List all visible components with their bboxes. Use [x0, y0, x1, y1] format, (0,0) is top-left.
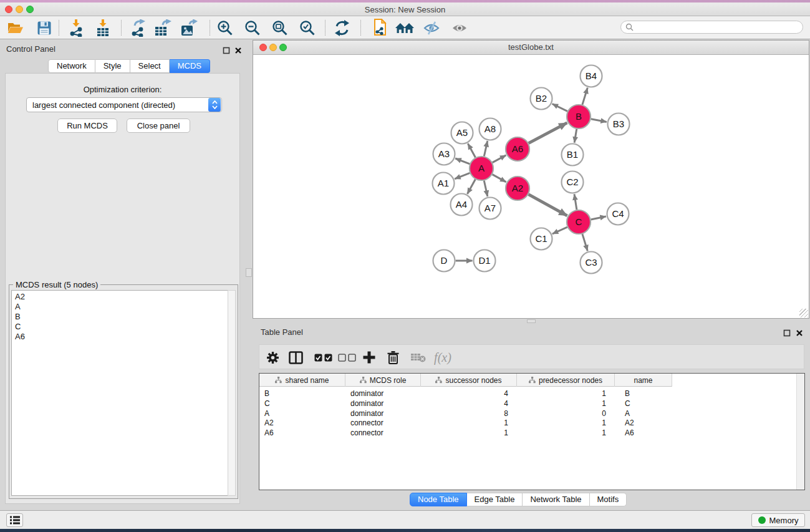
table-cell: dominator	[345, 389, 421, 399]
column-header-name[interactable]: name	[615, 374, 672, 387]
mcds-result-list[interactable]: A2ABCA6	[11, 290, 229, 496]
table-row[interactable]: Bdominator41B	[259, 389, 672, 399]
edge-A-A1[interactable]	[455, 173, 470, 179]
edge-A-A7[interactable]	[484, 181, 488, 196]
apply-layout-button[interactable]	[332, 18, 351, 37]
split-divider-handle-vertical[interactable]	[246, 268, 252, 277]
zoom-out-button[interactable]	[243, 18, 262, 37]
create-column-button[interactable]	[359, 345, 379, 370]
edge-C-C2[interactable]	[574, 194, 577, 210]
import-network-button[interactable]	[67, 18, 85, 37]
edge-C-C3[interactable]	[582, 234, 587, 251]
column-header-MCDS-role[interactable]: MCDS role	[345, 374, 421, 387]
table-row[interactable]: A2connector11A2	[259, 418, 672, 428]
new-network-from-selection-button[interactable]	[369, 18, 389, 37]
mcds-result-scrollbar[interactable]	[228, 290, 236, 496]
tab-edge-table[interactable]: Edge Table	[467, 493, 523, 506]
import-table-button[interactable]	[94, 18, 112, 37]
attribute-tree-icon	[360, 377, 367, 384]
list-item[interactable]: B	[15, 312, 228, 322]
delete-column-button[interactable]	[383, 345, 403, 370]
window-title: Session: New Session	[0, 5, 810, 14]
edge-A6-B[interactable]	[529, 123, 567, 143]
tab-node-table[interactable]: Node Table	[410, 493, 467, 506]
column-header-shared-name[interactable]: shared name	[259, 374, 345, 387]
delete-table-button[interactable]	[408, 345, 428, 370]
table-header-row: shared nameMCDS rolesuccessor nodesprede…	[259, 374, 672, 387]
list-item[interactable]: C	[15, 322, 228, 332]
memory-button[interactable]: Memory	[751, 513, 805, 527]
edge-A-A2[interactable]	[493, 175, 506, 182]
run-mcds-button[interactable]: Run MCDS	[57, 118, 117, 133]
hide-graphics-details-button[interactable]	[422, 18, 441, 37]
edge-B-B1[interactable]	[574, 129, 577, 143]
zoom-fit-button[interactable]	[271, 18, 289, 37]
mcds-result-title: MCDS result (5 nodes)	[13, 280, 100, 289]
tab-motifs[interactable]: Motifs	[590, 493, 627, 506]
tab-style[interactable]: Style	[95, 59, 130, 73]
function-builder-button[interactable]: f(x)	[429, 345, 456, 370]
show-graphics-details-button[interactable]	[450, 18, 470, 37]
search-input[interactable]	[634, 23, 789, 32]
show-panels-button[interactable]	[6, 513, 23, 527]
control-panel-float-button[interactable]	[223, 46, 230, 57]
table-row[interactable]: Cdominator41C	[259, 399, 672, 409]
tab-network-table[interactable]: Network Table	[523, 493, 589, 506]
show-columns-button[interactable]	[287, 345, 304, 370]
attribute-tree-icon	[435, 377, 442, 384]
edge-C-C1[interactable]	[552, 227, 567, 234]
table-panel-float-button[interactable]	[783, 328, 791, 339]
open-session-button[interactable]	[6, 18, 25, 37]
export-image-button[interactable]	[179, 18, 199, 37]
list-item[interactable]: A2	[15, 292, 228, 302]
chevron-up-icon	[212, 100, 218, 104]
optimization-criterion-dropdown[interactable]: largest connected component (directed)	[26, 97, 222, 112]
tab-network[interactable]: Network	[48, 59, 95, 73]
table-toolbar: f(x)	[259, 344, 804, 369]
edge-B-B3[interactable]	[591, 119, 607, 122]
edge-A2-C[interactable]	[529, 195, 567, 216]
node-label-A8: A8	[485, 123, 496, 134]
zoom-selected-button[interactable]	[298, 18, 317, 37]
tab-mcds[interactable]: MCDS	[170, 59, 210, 73]
table-row[interactable]: A6connector11A6	[259, 428, 672, 438]
edge-B-B2[interactable]	[552, 104, 567, 111]
close-panel-button[interactable]: Close panel	[127, 118, 190, 133]
export-network-button[interactable]	[128, 18, 148, 37]
table-panel-close-button[interactable]	[796, 328, 803, 339]
node-label-B3: B3	[613, 118, 624, 129]
edge-A-A3[interactable]	[455, 158, 470, 164]
table-row[interactable]: Adominator80A	[259, 409, 672, 418]
table-settings-button[interactable]	[264, 345, 281, 370]
table-cell: 1	[517, 418, 615, 428]
tab-select[interactable]: Select	[130, 59, 170, 73]
deselect-all-button[interactable]	[337, 345, 358, 370]
zoom-in-button[interactable]	[216, 18, 234, 37]
edge-C-C4[interactable]	[591, 216, 606, 220]
export-table-button[interactable]	[153, 18, 173, 37]
network-canvas[interactable]: B4B2BB3A5A8A6A3B1AA1C2A2A4A7CC4C1C3DD1	[253, 56, 809, 318]
resize-grip[interactable]	[799, 309, 808, 317]
edge-A-A8[interactable]	[484, 141, 487, 156]
select-all-button[interactable]	[313, 345, 334, 370]
zoom-fit-icon	[272, 20, 288, 36]
list-item[interactable]: A6	[15, 332, 228, 342]
split-divider-handle-horizontal[interactable]	[527, 319, 536, 323]
table-scrollbar[interactable]	[796, 374, 804, 490]
network-graph[interactable]: B4B2BB3A5A8A6A3B1AA1C2A2A4A7CC4C1C3DD1	[253, 56, 809, 318]
save-session-button[interactable]	[35, 18, 54, 37]
search-field-wrap	[620, 21, 803, 34]
attribute-tree-icon	[275, 377, 282, 384]
edge-B-B4[interactable]	[582, 88, 587, 105]
edge-A-A5[interactable]	[468, 143, 475, 157]
control-panel-close-button[interactable]	[234, 46, 242, 57]
edge-A-A4[interactable]	[467, 180, 475, 194]
session-home-button[interactable]	[394, 18, 415, 37]
list-item[interactable]: A	[15, 302, 228, 312]
node-label-C2: C2	[566, 177, 578, 187]
column-header-successor-nodes[interactable]: successor nodes	[421, 374, 517, 387]
import-network-icon	[69, 19, 84, 37]
table-panel-tabs: Node TableEdge TableNetwork TableMotifs	[410, 493, 627, 506]
edge-A-A6[interactable]	[493, 155, 506, 163]
column-header-predecessor-nodes[interactable]: predecessor nodes	[517, 374, 615, 387]
